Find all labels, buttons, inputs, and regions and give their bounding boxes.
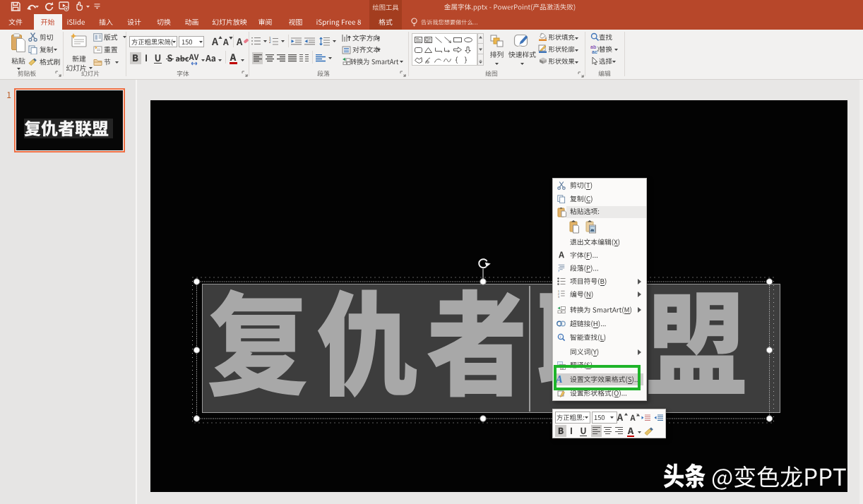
svg-text:i: i <box>560 335 561 339</box>
svg-text:3: 3 <box>558 296 559 298</box>
svg-text:ab: ab <box>590 44 596 49</box>
svg-text:2: 2 <box>269 40 271 44</box>
svg-text:ac: ac <box>592 49 597 54</box>
